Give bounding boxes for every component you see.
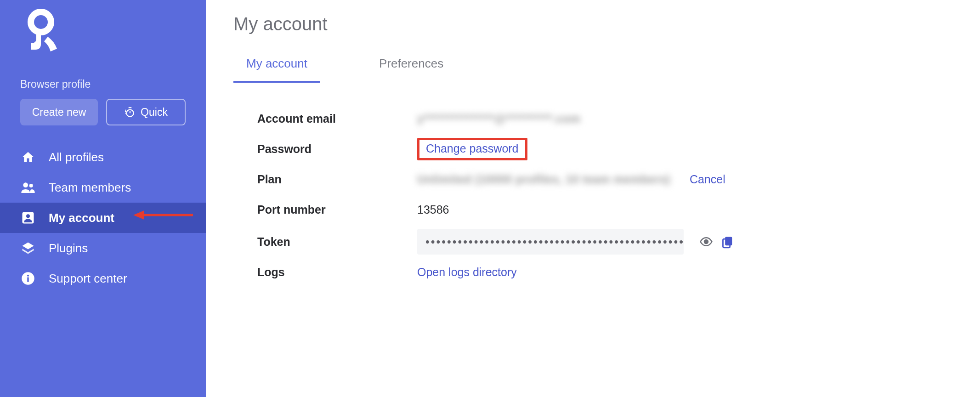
sidebar-item-label: My account bbox=[49, 211, 114, 225]
quick-button-label: Quick bbox=[141, 106, 168, 119]
sidebar-item-label: Support center bbox=[49, 272, 127, 286]
main-content: My account My account Preferences Accoun… bbox=[206, 0, 980, 397]
change-password-highlight: Change password bbox=[417, 138, 527, 160]
sidebar-item-support-center[interactable]: Support center bbox=[0, 263, 206, 294]
account-email-label: Account email bbox=[257, 112, 417, 125]
token-field[interactable]: ••••••••••••••••••••••••••••••••••••••••… bbox=[417, 229, 684, 255]
row-plan: Plan Unlimited (10000 profiles, 10 team … bbox=[257, 164, 980, 194]
account-box-icon bbox=[20, 211, 36, 225]
page-title: My account bbox=[233, 14, 980, 34]
tab-label: My account bbox=[246, 57, 307, 70]
svg-point-2 bbox=[23, 182, 28, 187]
sidebar-button-row: Create new Quick bbox=[0, 99, 206, 125]
create-new-button[interactable]: Create new bbox=[20, 99, 98, 125]
token-mask: ••••••••••••••••••••••••••••••••••••••••… bbox=[425, 235, 684, 249]
sidebar-item-label: Team members bbox=[49, 181, 131, 195]
stopwatch-icon bbox=[124, 106, 136, 118]
cancel-plan-link[interactable]: Cancel bbox=[690, 173, 725, 186]
sidebar-item-label: Plugins bbox=[49, 241, 88, 255]
quick-button[interactable]: Quick bbox=[106, 99, 186, 125]
sidebar-item-all-profiles[interactable]: All profiles bbox=[0, 142, 206, 172]
eye-icon[interactable] bbox=[699, 235, 713, 249]
brand-logo bbox=[0, 8, 206, 52]
logs-label: Logs bbox=[257, 266, 417, 279]
plan-value: Unlimited (10000 profiles, 10 team membe… bbox=[417, 173, 670, 186]
change-password-link[interactable]: Change password bbox=[426, 142, 519, 155]
sidebar: Browser profile Create new Quick All pro… bbox=[0, 0, 206, 397]
plan-label: Plan bbox=[257, 173, 417, 186]
sidebar-item-label: All profiles bbox=[49, 150, 104, 164]
svg-point-0 bbox=[31, 12, 51, 32]
people-icon bbox=[20, 181, 36, 194]
svg-point-3 bbox=[29, 184, 33, 187]
open-logs-link[interactable]: Open logs directory bbox=[417, 266, 517, 279]
sidebar-item-team-members[interactable]: Team members bbox=[0, 172, 206, 203]
account-fields: Account email y***************@*********… bbox=[233, 82, 980, 287]
row-token: Token ••••••••••••••••••••••••••••••••••… bbox=[257, 227, 980, 257]
tab-preferences[interactable]: Preferences bbox=[366, 52, 456, 83]
port-label: Port number bbox=[257, 203, 417, 216]
svg-rect-7 bbox=[27, 278, 29, 282]
copy-icon[interactable] bbox=[721, 235, 734, 249]
create-new-label: Create new bbox=[32, 106, 86, 119]
info-icon bbox=[20, 272, 36, 285]
token-label: Token bbox=[257, 235, 417, 249]
row-port-number: Port number 13586 bbox=[257, 194, 980, 225]
svg-point-8 bbox=[27, 275, 29, 277]
layers-icon bbox=[20, 241, 36, 255]
password-label: Password bbox=[257, 142, 417, 156]
tab-label: Preferences bbox=[379, 57, 443, 70]
svg-point-9 bbox=[704, 240, 708, 244]
svg-rect-10 bbox=[725, 237, 732, 246]
port-value: 13586 bbox=[417, 203, 449, 216]
token-actions bbox=[699, 235, 734, 249]
tab-my-account[interactable]: My account bbox=[233, 52, 320, 83]
row-account-email: Account email y***************@*********… bbox=[257, 103, 980, 134]
tabs: My account Preferences bbox=[233, 52, 980, 82]
svg-point-5 bbox=[26, 214, 30, 218]
home-icon bbox=[20, 150, 36, 164]
row-logs: Logs Open logs directory bbox=[257, 257, 980, 287]
sidebar-item-plugins[interactable]: Plugins bbox=[0, 233, 206, 263]
account-email-value: y***************@**********.com bbox=[417, 112, 580, 125]
sidebar-nav: All profiles Team members My account bbox=[0, 142, 206, 294]
row-password: Password Change password bbox=[257, 134, 980, 164]
sidebar-section-label: Browser profile bbox=[0, 78, 206, 91]
sidebar-item-my-account[interactable]: My account bbox=[0, 203, 206, 233]
